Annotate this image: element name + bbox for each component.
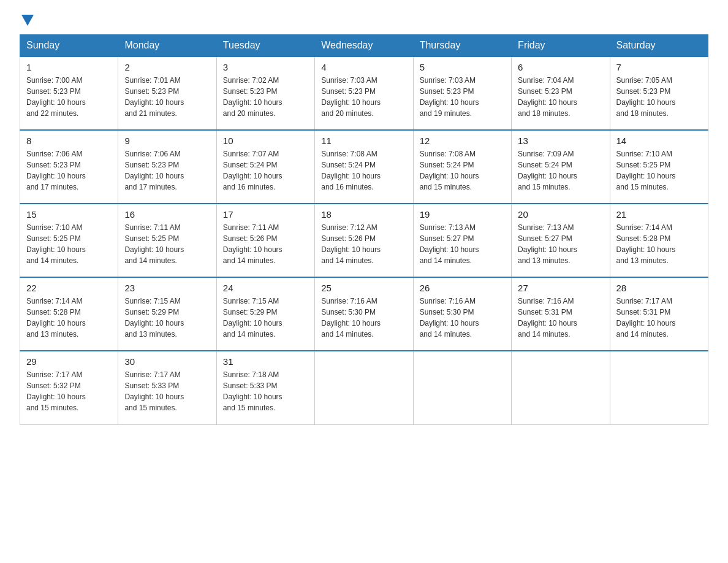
calendar-week-row: 8Sunrise: 7:06 AMSunset: 5:23 PMDaylight…: [20, 130, 708, 204]
day-info: Sunrise: 7:16 AMSunset: 5:30 PMDaylight:…: [321, 296, 406, 340]
calendar-cell: 22Sunrise: 7:14 AMSunset: 5:28 PMDayligh…: [20, 277, 118, 351]
day-info: Sunrise: 7:11 AMSunset: 5:25 PMDaylight:…: [124, 222, 210, 266]
calendar-cell: [315, 351, 413, 424]
day-info: Sunrise: 7:10 AMSunset: 5:25 PMDaylight:…: [616, 148, 702, 193]
day-number: 29: [26, 356, 112, 367]
day-info: Sunrise: 7:13 AMSunset: 5:27 PMDaylight:…: [518, 222, 603, 266]
calendar-week-row: 1Sunrise: 7:00 AMSunset: 5:23 PMDaylight…: [20, 56, 708, 130]
calendar-cell: 17Sunrise: 7:11 AMSunset: 5:26 PMDayligh…: [216, 204, 314, 277]
day-of-week-header: Friday: [512, 35, 610, 57]
day-info: Sunrise: 7:07 AMSunset: 5:24 PMDaylight:…: [223, 148, 308, 193]
day-info: Sunrise: 7:06 AMSunset: 5:23 PMDaylight:…: [124, 148, 210, 193]
calendar-cell: [413, 351, 511, 424]
day-number: 23: [124, 283, 210, 293]
calendar-cell: 26Sunrise: 7:16 AMSunset: 5:30 PMDayligh…: [413, 277, 511, 351]
day-number: 2: [124, 62, 210, 72]
day-info: Sunrise: 7:10 AMSunset: 5:25 PMDaylight:…: [26, 222, 112, 266]
day-number: 19: [420, 209, 505, 220]
calendar-cell: 4Sunrise: 7:03 AMSunset: 5:23 PMDaylight…: [315, 56, 413, 130]
calendar-cell: 3Sunrise: 7:02 AMSunset: 5:23 PMDaylight…: [216, 56, 314, 130]
calendar-cell: 31Sunrise: 7:18 AMSunset: 5:33 PMDayligh…: [216, 351, 314, 424]
day-number: 10: [223, 136, 308, 146]
day-info: Sunrise: 7:02 AMSunset: 5:23 PMDaylight:…: [223, 75, 308, 119]
day-number: 7: [616, 62, 702, 72]
day-info: Sunrise: 7:09 AMSunset: 5:24 PMDaylight:…: [518, 148, 603, 193]
day-info: Sunrise: 7:12 AMSunset: 5:26 PMDaylight:…: [321, 222, 406, 266]
calendar-cell: 8Sunrise: 7:06 AMSunset: 5:23 PMDaylight…: [20, 130, 118, 204]
day-number: 26: [420, 283, 505, 293]
day-number: 27: [518, 283, 603, 293]
day-number: 25: [321, 283, 406, 293]
calendar-cell: 28Sunrise: 7:17 AMSunset: 5:31 PMDayligh…: [610, 277, 708, 351]
calendar-week-row: 22Sunrise: 7:14 AMSunset: 5:28 PMDayligh…: [20, 277, 708, 351]
calendar-cell: 2Sunrise: 7:01 AMSunset: 5:23 PMDaylight…: [118, 56, 216, 130]
day-number: 24: [223, 283, 308, 293]
day-info: Sunrise: 7:14 AMSunset: 5:28 PMDaylight:…: [616, 222, 702, 266]
day-info: Sunrise: 7:03 AMSunset: 5:23 PMDaylight:…: [420, 75, 505, 119]
logo: [20, 15, 34, 25]
day-info: Sunrise: 7:04 AMSunset: 5:23 PMDaylight:…: [518, 75, 603, 119]
day-number: 3: [223, 62, 308, 72]
calendar-header: SundayMondayTuesdayWednesdayThursdayFrid…: [20, 35, 708, 57]
calendar-cell: 12Sunrise: 7:08 AMSunset: 5:24 PMDayligh…: [413, 130, 511, 204]
calendar-cell: 13Sunrise: 7:09 AMSunset: 5:24 PMDayligh…: [512, 130, 610, 204]
day-number: 6: [518, 62, 603, 72]
day-number: 15: [26, 209, 112, 220]
day-info: Sunrise: 7:06 AMSunset: 5:23 PMDaylight:…: [26, 148, 112, 193]
calendar-cell: 5Sunrise: 7:03 AMSunset: 5:23 PMDaylight…: [413, 56, 511, 130]
day-of-week-header: Sunday: [20, 35, 118, 57]
calendar-table: SundayMondayTuesdayWednesdayThursdayFrid…: [20, 34, 708, 425]
logo-arrow-icon: [21, 15, 34, 26]
calendar-cell: 18Sunrise: 7:12 AMSunset: 5:26 PMDayligh…: [315, 204, 413, 277]
day-of-week-header: Thursday: [413, 35, 511, 57]
day-info: Sunrise: 7:00 AMSunset: 5:23 PMDaylight:…: [26, 75, 112, 119]
day-info: Sunrise: 7:17 AMSunset: 5:31 PMDaylight:…: [616, 296, 702, 340]
day-info: Sunrise: 7:13 AMSunset: 5:27 PMDaylight:…: [420, 222, 505, 266]
calendar-cell: 29Sunrise: 7:17 AMSunset: 5:32 PMDayligh…: [20, 351, 118, 424]
day-info: Sunrise: 7:08 AMSunset: 5:24 PMDaylight:…: [321, 148, 406, 193]
calendar-cell: [512, 351, 610, 424]
calendar-cell: 23Sunrise: 7:15 AMSunset: 5:29 PMDayligh…: [118, 277, 216, 351]
calendar-cell: 20Sunrise: 7:13 AMSunset: 5:27 PMDayligh…: [512, 204, 610, 277]
day-number: 17: [223, 209, 308, 220]
day-info: Sunrise: 7:17 AMSunset: 5:33 PMDaylight:…: [124, 369, 210, 413]
calendar-cell: 10Sunrise: 7:07 AMSunset: 5:24 PMDayligh…: [216, 130, 314, 204]
day-number: 28: [616, 283, 702, 293]
day-number: 31: [223, 356, 308, 367]
page-header: [20, 15, 708, 25]
calendar-cell: [610, 351, 708, 424]
calendar-cell: 30Sunrise: 7:17 AMSunset: 5:33 PMDayligh…: [118, 351, 216, 424]
day-info: Sunrise: 7:18 AMSunset: 5:33 PMDaylight:…: [223, 369, 308, 413]
day-info: Sunrise: 7:16 AMSunset: 5:30 PMDaylight:…: [420, 296, 505, 340]
days-of-week-row: SundayMondayTuesdayWednesdayThursdayFrid…: [20, 35, 708, 57]
calendar-cell: 25Sunrise: 7:16 AMSunset: 5:30 PMDayligh…: [315, 277, 413, 351]
calendar-cell: 24Sunrise: 7:15 AMSunset: 5:29 PMDayligh…: [216, 277, 314, 351]
day-info: Sunrise: 7:16 AMSunset: 5:31 PMDaylight:…: [518, 296, 603, 340]
day-info: Sunrise: 7:17 AMSunset: 5:32 PMDaylight:…: [26, 369, 112, 413]
calendar-week-row: 29Sunrise: 7:17 AMSunset: 5:32 PMDayligh…: [20, 351, 708, 424]
day-number: 16: [124, 209, 210, 220]
day-info: Sunrise: 7:01 AMSunset: 5:23 PMDaylight:…: [124, 75, 210, 119]
day-number: 30: [124, 356, 210, 367]
calendar-cell: 27Sunrise: 7:16 AMSunset: 5:31 PMDayligh…: [512, 277, 610, 351]
day-number: 5: [420, 62, 505, 72]
day-number: 9: [124, 136, 210, 146]
day-info: Sunrise: 7:03 AMSunset: 5:23 PMDaylight:…: [321, 75, 406, 119]
day-info: Sunrise: 7:05 AMSunset: 5:23 PMDaylight:…: [616, 75, 702, 119]
calendar-cell: 9Sunrise: 7:06 AMSunset: 5:23 PMDaylight…: [118, 130, 216, 204]
day-of-week-header: Wednesday: [315, 35, 413, 57]
calendar-body: 1Sunrise: 7:00 AMSunset: 5:23 PMDaylight…: [20, 56, 708, 424]
day-info: Sunrise: 7:15 AMSunset: 5:29 PMDaylight:…: [124, 296, 210, 340]
calendar-cell: 21Sunrise: 7:14 AMSunset: 5:28 PMDayligh…: [610, 204, 708, 277]
day-number: 1: [26, 62, 112, 72]
day-number: 22: [26, 283, 112, 293]
day-info: Sunrise: 7:14 AMSunset: 5:28 PMDaylight:…: [26, 296, 112, 340]
day-of-week-header: Saturday: [610, 35, 708, 57]
calendar-cell: 14Sunrise: 7:10 AMSunset: 5:25 PMDayligh…: [610, 130, 708, 204]
day-number: 8: [26, 136, 112, 146]
day-number: 4: [321, 62, 406, 72]
day-info: Sunrise: 7:15 AMSunset: 5:29 PMDaylight:…: [223, 296, 308, 340]
day-info: Sunrise: 7:08 AMSunset: 5:24 PMDaylight:…: [420, 148, 505, 193]
day-of-week-header: Tuesday: [216, 35, 314, 57]
day-number: 21: [616, 209, 702, 220]
